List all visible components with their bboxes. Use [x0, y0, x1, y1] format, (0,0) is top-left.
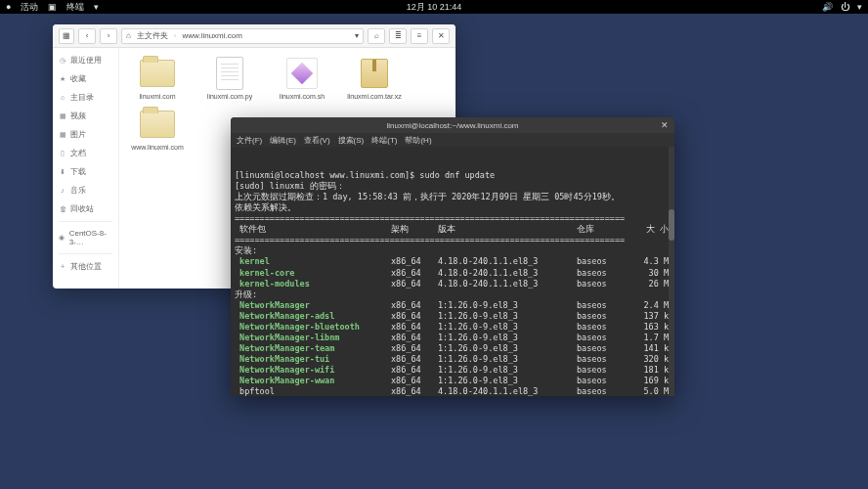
term-line: 上次元数据过期检查：1 day, 15:58:43 前，执行于 2020年12月… — [235, 192, 671, 202]
path-bar[interactable]: ⌂ 主文件夹 › www.linuxmi.com ▾ — [121, 28, 364, 44]
sidebar-item-label: 回收站 — [70, 203, 94, 214]
system-caret-icon[interactable]: ▾ — [857, 2, 862, 12]
sidebar-item-label: 其他位置 — [70, 261, 102, 272]
sidebar-item[interactable]: ▯文档 — [53, 145, 118, 161]
term-line: NetworkManager-tuix86_641:1.26.0-9.el8_3… — [235, 354, 671, 365]
sidebar-item[interactable]: ⌂主目录 — [53, 89, 118, 106]
file-label: linuxmi.com.py — [207, 93, 252, 101]
folder-icon — [138, 107, 177, 142]
sidebar-item[interactable]: ♪音乐 — [53, 182, 118, 199]
menu-icon: ≡ — [417, 31, 422, 40]
search-button[interactable]: ⌕ — [368, 28, 385, 44]
term-menu-item[interactable]: 帮助(H) — [405, 135, 431, 146]
file-label: linuxmi.com.sh — [280, 93, 325, 101]
term-line: 升级: — [235, 289, 671, 300]
close-icon: ✕ — [438, 31, 445, 40]
power-icon[interactable]: ⏻ — [841, 2, 849, 12]
archive-icon — [355, 56, 394, 91]
term-titlebar[interactable]: linuxmi@localhost:~/www.linuxmi.com ✕ — [231, 117, 674, 133]
sidebar-item-icon: + — [59, 263, 66, 271]
sidebar-divider — [59, 253, 112, 254]
term-line: 依赖关系解决。 — [235, 202, 671, 213]
view-button[interactable]: ≣ — [389, 28, 407, 44]
sound-icon[interactable]: 🔊 — [822, 2, 833, 12]
file-label: www.linuxmi.com — [131, 144, 184, 152]
file-label: linuxmi.com — [140, 93, 176, 101]
term-line: 软件包架构版本仓库大 小 — [235, 224, 671, 235]
file-item[interactable]: linuxmi.com — [127, 56, 188, 101]
sidebar-item-label: 下载 — [70, 166, 86, 177]
sidebar-divider — [59, 221, 112, 222]
file-item[interactable]: www.linuxmi.com — [127, 107, 188, 152]
path-sep-icon: › — [174, 31, 177, 40]
app-name[interactable]: 终端 — [66, 1, 84, 14]
sidebar-item-label: 视频 — [70, 111, 86, 121]
term-scroll-thumb[interactable] — [669, 209, 674, 241]
file-item[interactable]: linuxmi.com.py — [199, 56, 260, 101]
activities-button[interactable]: 活动 — [21, 1, 38, 14]
fm-menu-button[interactable]: ▦ — [59, 28, 74, 44]
term-line: [sudo] linuxmi 的密码： — [235, 181, 671, 192]
sidebar-item[interactable]: 🗑回收站 — [53, 200, 118, 217]
view-list-icon: ≣ — [395, 31, 402, 40]
term-line: NetworkManager-bluetoothx86_641:1.26.0-9… — [235, 322, 671, 333]
term-title: linuxmi@localhost:~/www.linuxmi.com — [386, 121, 518, 130]
fm-toolbar: ▦ ‹ › ⌂ 主文件夹 › www.linuxmi.com ▾ ⌕ ≣ ≡ ✕ — [53, 24, 456, 48]
hamburger-button[interactable]: ≡ — [411, 28, 428, 44]
sidebar-item[interactable]: ◉CentOS-8-3-… — [53, 226, 118, 249]
activities-icon[interactable]: ● — [6, 2, 11, 12]
sidebar-item-icon: ▦ — [59, 131, 66, 139]
file-item[interactable]: linuxmi.com.tar.xz — [344, 56, 405, 101]
sidebar-item-label: CentOS-8-3-… — [69, 229, 112, 246]
term-line: NetworkManagerx86_641:1.26.0-9.el8_3base… — [235, 300, 671, 311]
sidebar-item[interactable]: +其他位置 — [53, 258, 118, 275]
term-menu-item[interactable]: 编辑(E) — [270, 135, 296, 146]
term-line: ========================================… — [235, 235, 671, 245]
path-current[interactable]: www.linuxmi.com — [183, 31, 242, 40]
topbar: ● 活动 ▣ 终端 ▾ 12月 10 21:44 🔊 ⏻ ▾ — [0, 0, 868, 14]
app-caret-icon[interactable]: ▾ — [94, 2, 99, 12]
term-line: NetworkManager-wwanx86_641:1.26.0-9.el8_… — [235, 376, 671, 386]
back-button[interactable]: ‹ — [78, 28, 96, 44]
file-label: linuxmi.com.tar.xz — [347, 93, 402, 101]
term-menu-item[interactable]: 终端(T) — [371, 135, 397, 146]
term-menubar: 文件(F)编辑(E)查看(V)搜索(S)终端(T)帮助(H) — [231, 133, 674, 147]
term-line: NetworkManager-wifix86_641:1.26.0-9.el8_… — [235, 365, 671, 376]
file-item[interactable]: linuxmi.com.sh — [272, 56, 332, 101]
sh-icon — [282, 56, 322, 91]
term-line: NetworkManager-teamx86_641:1.26.0-9.el8_… — [235, 343, 671, 354]
term-line: [linuxmi@localhost www.linuxmi.com]$ sud… — [235, 170, 671, 181]
term-menu-item[interactable]: 搜索(S) — [338, 135, 365, 146]
terminal-window: linuxmi@localhost:~/www.linuxmi.com ✕ 文件… — [231, 117, 674, 396]
term-line: NetworkManager-adslx86_641:1.26.0-9.el8_… — [235, 311, 671, 322]
term-close-button[interactable]: ✕ — [661, 120, 669, 130]
sidebar-item[interactable]: ◷最近使用 — [53, 52, 118, 68]
path-home[interactable]: 主文件夹 — [137, 30, 168, 41]
search-icon: ⌕ — [374, 31, 379, 40]
term-menu-item[interactable]: 查看(V) — [304, 135, 330, 146]
sidebar-item-label: 图片 — [70, 129, 86, 140]
app-icon[interactable]: ▣ — [48, 2, 57, 12]
term-menu-item[interactable]: 文件(F) — [237, 135, 262, 146]
home-icon: ⌂ — [126, 31, 131, 40]
sidebar-item[interactable]: ⬇下载 — [53, 163, 118, 180]
sidebar-item-icon: ◉ — [59, 234, 65, 242]
fm-sidebar: ◷最近使用★收藏⌂主目录▦视频▦图片▯文档⬇下载♪音乐🗑回收站◉CentOS-8… — [53, 48, 119, 289]
file-icon — [210, 56, 249, 91]
clock[interactable]: 12月 10 21:44 — [407, 1, 462, 14]
path-caret-icon[interactable]: ▾ — [355, 31, 359, 40]
sidebar-item-label: 收藏 — [70, 73, 86, 84]
sidebar-item[interactable]: ▦图片 — [53, 126, 118, 143]
term-line: bpftoolx86_644.18.0-240.1.1.el8_3baseos5… — [235, 386, 671, 396]
sidebar-item[interactable]: ★收藏 — [53, 70, 118, 87]
close-button[interactable]: ✕ — [432, 28, 450, 44]
term-line: kernelx86_644.18.0-240.1.1.el8_3baseos4.… — [235, 256, 671, 267]
term-content[interactable]: [linuxmi@localhost www.linuxmi.com]$ sud… — [231, 147, 674, 396]
sidebar-item[interactable]: ▦视频 — [53, 108, 118, 124]
term-line: kernel-corex86_644.18.0-240.1.1.el8_3bas… — [235, 268, 671, 279]
sidebar-item-icon: ⌂ — [59, 94, 66, 102]
sidebar-item-label: 主目录 — [70, 92, 94, 103]
term-scrollbar[interactable] — [669, 147, 674, 396]
forward-button[interactable]: › — [100, 28, 117, 44]
sidebar-item-icon: ▯ — [59, 150, 66, 157]
